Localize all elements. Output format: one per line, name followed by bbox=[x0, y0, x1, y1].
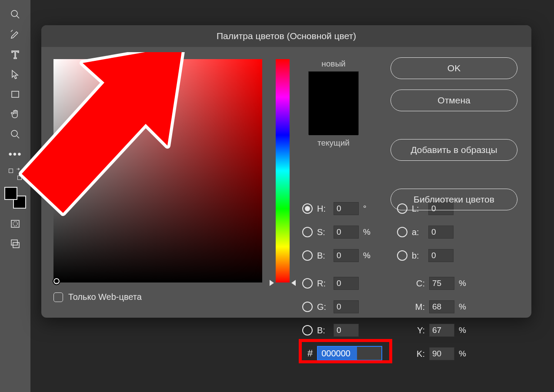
g-input[interactable] bbox=[334, 300, 359, 313]
hue-slider[interactable] bbox=[271, 59, 294, 282]
r-radio[interactable] bbox=[302, 278, 313, 289]
bri-radio[interactable] bbox=[302, 250, 313, 261]
more-tools[interactable]: ••• bbox=[5, 145, 26, 163]
hex-label: # bbox=[307, 348, 313, 359]
lb-input[interactable] bbox=[428, 249, 454, 262]
hue-thumb-right bbox=[291, 280, 296, 286]
c-label: C: bbox=[412, 279, 425, 289]
zoom-tool[interactable] bbox=[5, 125, 26, 143]
svg-line-1 bbox=[17, 16, 19, 18]
h-label: H: bbox=[317, 204, 329, 214]
color-preview bbox=[308, 71, 359, 135]
ok-button[interactable]: OK bbox=[390, 57, 517, 79]
dialog-title: Палитра цветов (Основной цвет) bbox=[41, 25, 531, 47]
h-input[interactable] bbox=[334, 202, 359, 215]
tools-panel: ••• bbox=[0, 0, 30, 392]
b-label: B: bbox=[317, 251, 329, 261]
r-input[interactable] bbox=[334, 277, 359, 290]
svg-point-0 bbox=[11, 10, 17, 17]
bv-input[interactable] bbox=[334, 324, 359, 337]
c-input[interactable] bbox=[429, 277, 454, 290]
k-input[interactable] bbox=[429, 347, 454, 360]
a-label: a: bbox=[412, 227, 424, 237]
svg-rect-3 bbox=[12, 91, 19, 97]
new-color-swatch bbox=[309, 72, 358, 103]
deg-unit: ° bbox=[363, 204, 373, 213]
foreground-background-colors[interactable] bbox=[4, 187, 26, 209]
web-colors-label: Только Web-цвета bbox=[68, 292, 142, 302]
path-selection-tool[interactable] bbox=[5, 65, 26, 83]
color-field-cursor bbox=[53, 277, 60, 285]
current-color-swatch[interactable] bbox=[309, 103, 358, 135]
bv-label: B: bbox=[317, 326, 329, 336]
hex-input[interactable] bbox=[317, 346, 382, 361]
current-color-label: текущий bbox=[303, 138, 364, 148]
add-swatch-button[interactable]: Добавить в образцы bbox=[390, 139, 517, 161]
pen-tool[interactable] bbox=[5, 25, 26, 43]
s-input[interactable] bbox=[334, 226, 359, 239]
type-tool[interactable] bbox=[5, 45, 26, 63]
m-label: M: bbox=[412, 302, 425, 312]
cancel-button[interactable]: Отмена bbox=[390, 90, 517, 111]
svg-line-5 bbox=[17, 136, 19, 138]
hue-radio[interactable] bbox=[302, 203, 313, 214]
g-radio[interactable] bbox=[302, 302, 313, 312]
lb-radio[interactable] bbox=[397, 250, 407, 261]
g-label: G: bbox=[317, 302, 329, 312]
web-colors-checkbox[interactable] bbox=[53, 292, 63, 302]
rectangle-tool[interactable] bbox=[5, 85, 26, 103]
color-values: H: ° S: % B: % R: bbox=[302, 201, 468, 361]
sat-radio[interactable] bbox=[302, 227, 313, 237]
magnify-tool[interactable] bbox=[5, 5, 26, 23]
color-picker-dialog: Палитра цветов (Основной цвет) Только We… bbox=[41, 25, 531, 318]
a-radio[interactable] bbox=[397, 227, 407, 237]
s-label: S: bbox=[317, 227, 329, 237]
b-input[interactable] bbox=[334, 249, 359, 262]
svg-line-2 bbox=[11, 30, 13, 32]
new-color-label: новый bbox=[303, 59, 364, 69]
hand-tool[interactable] bbox=[5, 105, 26, 123]
a-input[interactable] bbox=[428, 226, 454, 239]
k-label: K: bbox=[412, 349, 425, 359]
m-input[interactable] bbox=[429, 300, 454, 313]
bv-radio[interactable] bbox=[302, 325, 313, 336]
svg-point-7 bbox=[13, 222, 17, 226]
quick-mask-tool[interactable] bbox=[5, 215, 26, 233]
svg-point-4 bbox=[11, 130, 17, 136]
r-label: R: bbox=[317, 279, 329, 289]
color-libraries-button[interactable]: Библиотеки цветов bbox=[390, 189, 517, 210]
lb-label: b: bbox=[412, 251, 424, 261]
y-label: Y: bbox=[412, 326, 425, 336]
default-colors-icon[interactable] bbox=[5, 165, 26, 183]
hue-thumb-left bbox=[270, 280, 274, 286]
y-input[interactable] bbox=[429, 324, 454, 337]
screen-mode-tool[interactable] bbox=[5, 235, 26, 253]
foreground-color-swatch[interactable] bbox=[4, 187, 17, 200]
color-field[interactable] bbox=[53, 59, 262, 282]
svg-rect-6 bbox=[11, 220, 19, 227]
